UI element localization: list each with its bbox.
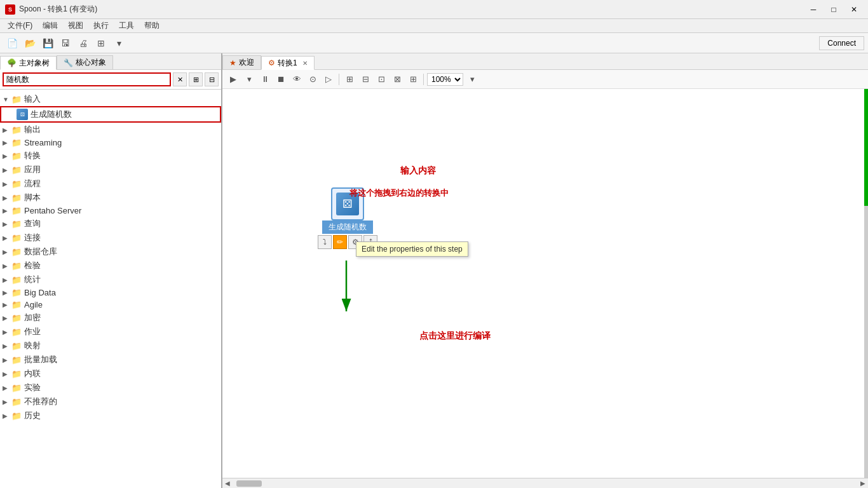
tree-item-random[interactable]: ⚄ 生成随机数	[0, 106, 221, 123]
tree-container: ▼ 📁 输入 ⚄ 生成随机数 ▶ 📁 输出 ▶ 📁 Streaming	[0, 90, 221, 488]
tab-welcome-label: 欢迎	[239, 57, 254, 68]
step-icon-box[interactable]: ⚄	[331, 187, 364, 220]
stop-button[interactable]: ⏹	[274, 72, 288, 86]
preview-button[interactable]: 👁	[290, 72, 304, 86]
tree-group-encrypt[interactable]: ▶ 📁 加密	[0, 311, 221, 325]
tree-group-streaming-label: Streaming	[24, 138, 62, 147]
tree-group-transform[interactable]: ▶ 📁 转换	[0, 149, 221, 163]
menu-execute[interactable]: 执行	[88, 19, 114, 32]
tree-group-experiment-label: 实验	[24, 382, 41, 393]
fit-button[interactable]: ⊡	[374, 72, 388, 86]
step-run2-button[interactable]: ▷	[322, 72, 336, 86]
tooltip-text: Edit the properties of this step	[362, 245, 463, 254]
zoom-out-button[interactable]: ⊟	[358, 72, 372, 86]
step-input-button[interactable]: ⤵	[318, 235, 332, 249]
tree-group-warehouse-label: 数据仓库	[24, 246, 57, 257]
tree-group-script[interactable]: ▶ 📁 脚本	[0, 191, 221, 205]
connect-button[interactable]: Connect	[819, 36, 864, 50]
tree-group-warehouse[interactable]: ▶ 📁 数据仓库	[0, 245, 221, 259]
toolbar-dropdown[interactable]: ▾	[111, 36, 127, 51]
menu-help[interactable]: 帮助	[139, 19, 165, 32]
step-run-button[interactable]: ⊙	[306, 72, 320, 86]
maximize-button[interactable]: □	[825, 3, 843, 16]
tree-group-streaming[interactable]: ▶ 📁 Streaming	[0, 137, 221, 149]
tree-group-bigdata[interactable]: ▶ 📁 Big Data	[0, 287, 221, 299]
tree-group-history[interactable]: ▶ 📁 历史	[0, 409, 221, 423]
scroll-left-icon[interactable]: ◀	[225, 480, 230, 487]
zoom-select[interactable]: 50% 75% 100% 125% 150% 200%	[427, 73, 463, 86]
tree-group-pentaho[interactable]: ▶ 📁 Pentaho Server	[0, 205, 221, 217]
step-node-random[interactable]: ⚄ 生成随机数 ⤵ ✏ ⚙ ⤴	[318, 187, 377, 249]
menu-file[interactable]: 文件(F)	[3, 19, 37, 32]
search-clear-button[interactable]: ✕	[173, 72, 187, 86]
annotation-click-text: 点击这里进行编译	[419, 330, 491, 341]
scroll-thumb[interactable]	[236, 480, 262, 487]
tree-group-transform-label: 转换	[24, 150, 41, 161]
actual-size-button[interactable]: ⊠	[390, 72, 404, 86]
close-button[interactable]: ✕	[845, 3, 863, 16]
toolbar-save-as[interactable]: 🖫	[57, 36, 74, 51]
tab-transform[interactable]: ⚙ 转换1 ✕	[261, 56, 315, 70]
tree-group-query-label: 查询	[24, 218, 41, 229]
left-panel: 🌳 主对象树 🔧 核心对象 ✕ ⊞ ⊟ ▼ 📁 输入 ⚄	[0, 53, 222, 488]
tree-group-stats-label: 统计	[24, 274, 41, 285]
tree-group-output-label: 输出	[24, 124, 41, 135]
tree-group-job[interactable]: ▶ 📁 作业	[0, 325, 221, 339]
tree-group-verify[interactable]: ▶ 📁 检验	[0, 259, 221, 273]
tree-group-job-label: 作业	[24, 326, 41, 337]
zoom-in-button[interactable]: ⊞	[342, 72, 356, 86]
canvas-sep-1	[339, 74, 339, 85]
tree-group-input-label: 输入	[24, 93, 41, 105]
tab-welcome[interactable]: ★ 欢迎	[222, 55, 261, 69]
tooltip: Edit the properties of this step	[356, 241, 468, 257]
run-button[interactable]: ▶	[226, 72, 240, 86]
tab-main-objects[interactable]: 🌳 主对象树	[0, 56, 57, 70]
toolbar-new[interactable]: 📄	[4, 36, 20, 51]
pause-button[interactable]: ⏸	[258, 72, 272, 86]
right-panel: ★ 欢迎 ⚙ 转换1 ✕ ▶ ▾ ⏸ ⏹ 👁 ⊙ ▷ ⊞ ⊟ ⊡ ⊠ ⊞	[222, 53, 868, 488]
tree-group-inline-label: 内联	[24, 368, 41, 379]
menu-view[interactable]: 视图	[63, 19, 88, 32]
tree-group-output[interactable]: ▶ 📁 输出	[0, 123, 221, 137]
tab-core-objects-label: 核心对象	[76, 57, 106, 68]
tree-group-inline[interactable]: ▶ 📁 内联	[0, 367, 221, 381]
tree-group-mapping[interactable]: ▶ 📁 映射	[0, 339, 221, 353]
tree-group-experiment[interactable]: ▶ 📁 实验	[0, 381, 221, 395]
tree-group-input[interactable]: ▼ 📁 输入	[0, 92, 221, 106]
tree-group-query[interactable]: ▶ 📁 查询	[0, 217, 221, 231]
run-dropdown[interactable]: ▾	[242, 72, 256, 86]
canvas-area[interactable]: ⚄ 生成随机数 ⤵ ✏ ⚙ ⤴ Edit the properties of t…	[222, 89, 868, 478]
menu-tools[interactable]: 工具	[114, 19, 139, 32]
welcome-icon: ★	[229, 58, 236, 67]
left-tab-bar: 🌳 主对象树 🔧 核心对象	[0, 53, 221, 70]
tree-group-app[interactable]: ▶ 📁 应用	[0, 163, 221, 177]
zoom-dropdown[interactable]: ▾	[465, 72, 479, 86]
toolbar-layers[interactable]: ⊞	[93, 36, 109, 51]
grid-button[interactable]: ⊞	[406, 72, 420, 86]
minimize-button[interactable]: ─	[804, 3, 822, 16]
tab-close-icon[interactable]: ✕	[302, 60, 308, 67]
toolbar-open[interactable]: 📂	[22, 36, 38, 51]
menu-edit[interactable]: 编辑	[37, 19, 63, 32]
tree-group-agile[interactable]: ▶ 📁 Agile	[0, 299, 221, 311]
core-objects-icon: 🔧	[64, 58, 73, 67]
tree-group-flow[interactable]: ▶ 📁 流程	[0, 177, 221, 191]
toolbar-save[interactable]: 💾	[39, 36, 56, 51]
canvas-scrollbar[interactable]: ◀ ▶	[222, 478, 868, 488]
tree-group-stats[interactable]: ▶ 📁 统计	[0, 273, 221, 287]
step-edit-button[interactable]: ✏	[333, 235, 347, 249]
tree-item-random-label: 生成随机数	[31, 109, 72, 120]
search-collapse-button[interactable]: ⊟	[205, 72, 219, 86]
tab-core-objects[interactable]: 🔧 核心对象	[57, 55, 113, 69]
tree-group-deprecated[interactable]: ▶ 📁 不推荐的	[0, 395, 221, 409]
search-expand-button[interactable]: ⊞	[189, 72, 203, 86]
color-green	[864, 89, 868, 206]
color-gray	[864, 206, 868, 478]
scroll-right-icon[interactable]: ▶	[860, 480, 865, 487]
search-input[interactable]	[3, 72, 171, 86]
title-bar: S Spoon - 转换1 (有变动) ─ □ ✕	[0, 0, 868, 19]
tree-group-connection[interactable]: ▶ 📁 连接	[0, 231, 221, 245]
toolbar-print[interactable]: 🖨	[75, 36, 92, 51]
tree-group-app-label: 应用	[24, 164, 41, 175]
tree-group-bulk[interactable]: ▶ 📁 批量加载	[0, 353, 221, 367]
